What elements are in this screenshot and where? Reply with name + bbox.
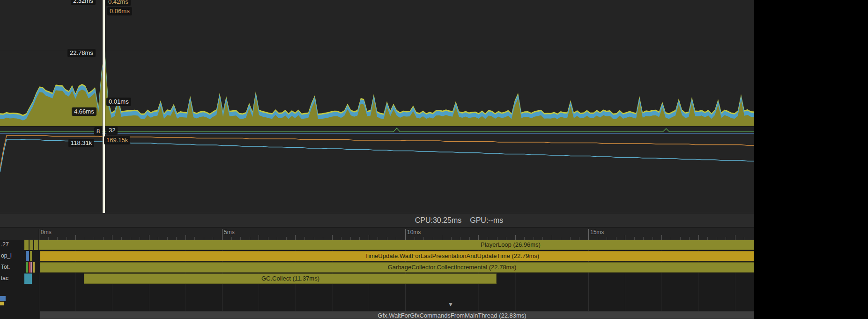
- timeline-marker-gc-collect[interactable]: GC.Collect (11.37ms): [84, 273, 497, 284]
- truncated-marker-label: Tot.: [1, 264, 10, 270]
- cpu-usage-area-chart[interactable]: [0, 0, 754, 126]
- ruler-tick: [185, 235, 186, 240]
- truncated-marker-label: .27: [1, 241, 9, 248]
- chart-value-chip: 118.31k: [68, 139, 94, 147]
- timeline-marker-gfx-wait[interactable]: Gfx.WaitForGfxCommandsFromMainThread (22…: [40, 311, 754, 319]
- ruler-tick: [369, 235, 369, 240]
- marker-label: TimeUpdate.WaitForLastPresentationAndUpd…: [365, 252, 539, 259]
- ruler-tick: [698, 235, 699, 240]
- ruler-tick: [661, 235, 662, 240]
- frame-time-status-bar: CPU:30.25ms GPU:--ms: [0, 213, 754, 227]
- chart-value-chip: 0.01ms: [106, 98, 131, 106]
- chart-value-chip: 22.78ms: [67, 49, 96, 57]
- ruler-tick: [478, 235, 479, 240]
- selected-frame-line[interactable]: [103, 0, 105, 213]
- ruler-tick: [625, 235, 625, 240]
- ruler-tick: [259, 235, 259, 240]
- truncated-marker-label: tac: [1, 275, 8, 281]
- ruler-tick: [295, 235, 296, 240]
- chart-value-chip: 169.15k: [104, 136, 130, 144]
- gpu-time-value: GPU:--ms: [470, 216, 503, 225]
- ruler-tick: [222, 229, 223, 240]
- chart-value-chip: 4.66ms: [72, 107, 96, 116]
- chart-value-chip: 8: [94, 127, 102, 136]
- timeline-marker-fragment[interactable]: [30, 262, 32, 273]
- timeline-flame-graph[interactable]: .27 op_l Tot. tac PlayerLoop (26.96ms) T…: [0, 240, 754, 319]
- ruler-tick: [39, 229, 39, 240]
- ruler-tick: [442, 235, 442, 240]
- chart-value-chip: 2.32ms: [71, 0, 96, 5]
- chart-value-chip: 0.06ms: [107, 7, 132, 15]
- timeline-marker-fragment[interactable]: [24, 273, 32, 284]
- marker-label: PlayerLoop (26.96ms): [481, 241, 541, 248]
- chart-gridline: [0, 50, 754, 50]
- chart-value-chip: 0.42ms: [106, 0, 131, 6]
- timeline-marker-fragment[interactable]: [30, 251, 32, 261]
- ruler-tick: [332, 235, 333, 240]
- expand-group-arrow[interactable]: ▼: [448, 301, 453, 308]
- chart-value-chip: 32: [106, 126, 118, 135]
- ruler-tick: [515, 235, 516, 240]
- outside-window-area: [754, 0, 868, 319]
- marker-label: GC.Collect (11.37ms): [261, 275, 319, 282]
- ruler-tick: [588, 229, 589, 240]
- timeline-gridline: [39, 240, 39, 319]
- timeline-marker-fragment[interactable]: [24, 240, 29, 250]
- ruler-tick: [405, 229, 406, 240]
- ruler-tick: [552, 235, 552, 240]
- timeline-marker-fragment[interactable]: [0, 302, 4, 305]
- timeline-marker-playerloop[interactable]: PlayerLoop (26.96ms): [39, 240, 754, 250]
- timeline-marker-fragment[interactable]: [26, 251, 29, 261]
- ruler-tick-label: 15ms: [590, 229, 604, 235]
- truncated-marker-label: op_l: [1, 252, 12, 259]
- marker-label: Gfx.WaitForGfxCommandsFromMainThread (22…: [378, 312, 526, 319]
- unity-profiler-window: 2.32ms 0.42ms 0.06ms 22.78ms 0.01ms 4.66…: [0, 0, 868, 319]
- timeline-marker-fragment[interactable]: [29, 262, 30, 273]
- ruler-tick: [735, 235, 735, 240]
- timeline-marker-fragment[interactable]: [33, 262, 35, 273]
- cpu-time-value: CPU:30.25ms: [415, 216, 462, 225]
- ruler-tick: [149, 235, 149, 240]
- timeline-marker-fragment[interactable]: [30, 240, 33, 250]
- timeline-marker-fragment[interactable]: [34, 240, 38, 250]
- ruler-tick: [112, 235, 112, 240]
- profiler-charts-pane[interactable]: 2.32ms 0.42ms 0.06ms 22.78ms 0.01ms 4.66…: [0, 0, 754, 213]
- marker-label: GarbageCollector.CollectIncremental (22.…: [388, 264, 517, 271]
- ruler-tick-label: 10ms: [407, 229, 421, 235]
- ruler-tick-label: 0ms: [41, 229, 52, 235]
- ruler-tick-label: 5ms: [224, 229, 235, 235]
- ruler-tick: [75, 235, 76, 240]
- timeline-marker-fragment[interactable]: [0, 296, 6, 301]
- timeline-marker-garbagecollector[interactable]: GarbageCollector.CollectIncremental (22.…: [40, 262, 754, 273]
- timeline-ruler[interactable]: 0ms5ms10ms15ms: [0, 227, 754, 240]
- timeline-marker-fragment[interactable]: [26, 262, 28, 273]
- timeline-marker-timeupdate-wait[interactable]: TimeUpdate.WaitForLastPresentationAndUpd…: [40, 251, 754, 261]
